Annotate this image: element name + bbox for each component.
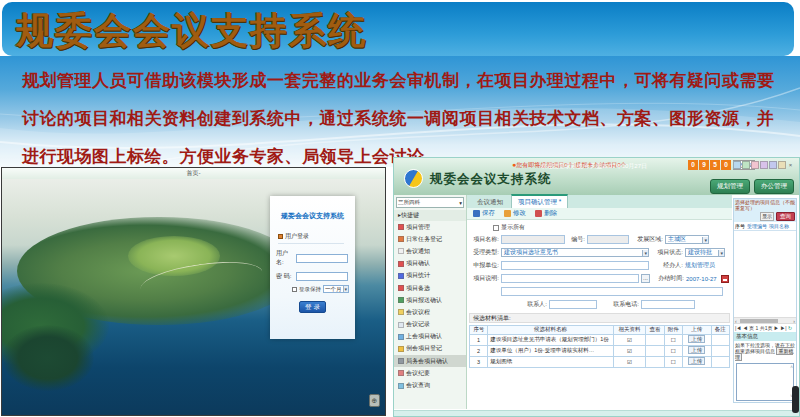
accept-type-select[interactable]: 建设项目选址意见书 ▾ [501, 248, 649, 257]
theme-swatch[interactable] [760, 161, 768, 169]
sidebar-menu-item[interactable]: 项目管理 [394, 221, 466, 233]
page-title: 规委会会议支持系统 [16, 6, 367, 56]
finish-label: 办结时间: [652, 274, 684, 283]
module-button[interactable]: 规划管理 [710, 179, 750, 194]
calendar-icon[interactable] [721, 275, 729, 283]
status-select[interactable]: 建设待批 ▾ [685, 248, 725, 257]
keep-login-label: 登录保持 [299, 286, 321, 293]
attachment-checkbox[interactable]: ☐ [664, 334, 682, 345]
handler-value: 规划管理员 [685, 261, 715, 270]
shortcut-header[interactable]: ▸快捷键 [394, 210, 466, 221]
theme-swatch[interactable] [751, 161, 759, 169]
remark-textarea[interactable]: ˄ ˅ [736, 363, 794, 401]
material-row[interactable]: 1 建设项目选址意见书申请表（规划管理部门）1份 ☑ ☐ 上传 [470, 334, 730, 345]
scroll-thumb[interactable] [740, 319, 778, 323]
theme-swatch[interactable] [778, 161, 786, 169]
chevron-down-icon: ▾ [702, 237, 708, 243]
keep-duration-select[interactable]: 一个月 ▾ [323, 285, 349, 293]
sidebar-menu-item[interactable]: 例会项目登记 [394, 343, 466, 355]
sidebar-menu-item[interactable]: 日常任务登记 [394, 233, 466, 245]
material-col-header: 序号 [470, 326, 488, 335]
theme-swatch[interactable] [733, 161, 741, 169]
sidebar-menu-item[interactable]: 项目报送确认 [394, 294, 466, 306]
status-bar [394, 410, 799, 416]
related-checkbox[interactable]: ☑ [613, 345, 646, 356]
count-badge[interactable]: 5 [710, 160, 720, 170]
username-input[interactable] [296, 254, 348, 263]
toolbar-button[interactable]: 删除 [535, 209, 557, 218]
password-input[interactable] [296, 272, 348, 281]
login-screenshot: 首页- 规委会会议支持系统 用户登录 用户名: 密 码: [1, 167, 386, 416]
region-label: 发展区域: [631, 235, 663, 244]
sidebar-menu-item[interactable]: 项目备选 [394, 282, 466, 294]
login-system-title: 规委会会议支持系统 [270, 211, 355, 221]
sidebar-menu-item[interactable]: 会议查询 [394, 379, 466, 391]
sidebar-menu-item[interactable]: 会议记录 [394, 319, 466, 331]
close-icon[interactable]: × [787, 161, 794, 169]
region-select[interactable]: 主城区 ▾ [665, 235, 709, 244]
scroll-up-icon[interactable]: ˄ [790, 365, 793, 370]
sidebar-menu-item[interactable]: 会议纪要 [394, 367, 466, 379]
department-select[interactable]: 三所四科 ▾ [396, 197, 464, 208]
apply-unit-input[interactable] [501, 261, 649, 270]
col-seq: 序号 [734, 222, 746, 230]
show-button[interactable]: 显示 [760, 212, 774, 221]
theme-swatch[interactable] [769, 161, 777, 169]
page-root: 规委会会议支持系统 规划管理人员可借助该模块形成一套完整的业务会审机制，在项目办… [0, 0, 800, 417]
sidebar: 三所四科 ▾ ▸快捷键 项目管理 日常任务登记 会议通知 [394, 195, 467, 409]
scroll-right-icon[interactable]: › [793, 318, 795, 324]
attachment-checkbox[interactable]: ☐ [664, 356, 682, 367]
page-vscrollbar-thumb[interactable] [792, 386, 799, 413]
sidebar-menu-item[interactable]: 局务会项目确认 [394, 355, 466, 367]
browse-button[interactable]: ... [641, 274, 650, 283]
tab[interactable]: 会议通知 [471, 196, 509, 208]
extra-input[interactable] [501, 287, 723, 296]
count-badge[interactable]: 0 [688, 160, 698, 170]
upload-button[interactable]: 上传 [688, 335, 705, 343]
material-row[interactable]: 3 规划图纸 ☑ ☐ 上传 [470, 356, 730, 367]
number-input[interactable] [587, 235, 629, 244]
theme-swatch[interactable] [742, 161, 750, 169]
related-checkbox[interactable]: ☑ [613, 334, 646, 345]
landscape-photo: 规委会会议支持系统 用户登录 用户名: 密 码: 登录保持 [2, 179, 385, 415]
material-row[interactable]: 2 建设单位（用户）1份·受理申请核实材料… ☑ ☐ 上传 [470, 345, 730, 356]
count-badge[interactable]: 0 [721, 160, 731, 170]
keep-login-checkbox[interactable] [292, 287, 297, 292]
related-checkbox[interactable]: ☑ [613, 356, 646, 367]
upload-button[interactable]: 上传 [688, 346, 705, 354]
map-control-icon[interactable]: ⊕ [369, 394, 380, 407]
desc-input[interactable] [501, 274, 639, 283]
menu-item-icon [398, 309, 404, 315]
chevron-down-icon: ▾ [642, 250, 648, 256]
attachment-checkbox[interactable]: ☐ [664, 345, 682, 356]
phone-input[interactable] [641, 300, 695, 309]
toolbar-button[interactable]: 保存 [473, 209, 495, 218]
upload-button[interactable]: 上传 [688, 357, 705, 365]
basic-info-header: 基本信息 [734, 332, 796, 341]
login-panel: 规委会会议支持系统 用户登录 用户名: 密 码: 登录保持 [270, 196, 355, 339]
col-accept-no[interactable]: 受理编号 [746, 222, 768, 230]
contact-input[interactable] [549, 300, 597, 309]
sidebar-menu-item[interactable]: 项目统计 [394, 270, 466, 282]
picker-pagination[interactable]: |◀ ◀ 页 1 共1页 ▶ ▶| ↻ [734, 324, 796, 332]
project-name-input[interactable] [501, 235, 565, 244]
toolbar-button[interactable]: 修改 [504, 209, 526, 218]
toolbar: 保存 修改 删除 [467, 208, 732, 220]
sidebar-menu-item[interactable]: 项目确认 [394, 258, 466, 270]
picker-header: 选择处理的项目信息（不能重复写） 显示 查询 [734, 199, 796, 222]
col-project-name[interactable]: 项目名称 [768, 222, 790, 230]
sidebar-menu-item[interactable]: 会议议程 [394, 306, 466, 318]
module-button[interactable]: 办公管理 [754, 179, 794, 194]
count-badge[interactable]: 9 [699, 160, 709, 170]
login-button[interactable]: 登 录 [299, 301, 326, 313]
sidebar-menu-item[interactable]: 会议通知 [394, 245, 466, 257]
welcome-text: 欢迎您登录系统!今天是2007年10月27日 [541, 162, 647, 171]
refresh-icon[interactable]: ↻ [788, 325, 792, 331]
show-all-checkbox[interactable] [493, 225, 499, 231]
picker-title: 选择处理的项目信息（不能重复写） [735, 200, 795, 211]
picker-hscrollbar[interactable]: ‹ › [734, 317, 796, 324]
query-button[interactable]: 查询 [776, 212, 795, 221]
tab[interactable]: 项目确认管理 * [511, 194, 568, 208]
scroll-left-icon[interactable]: ‹ [735, 318, 737, 324]
sidebar-menu-item[interactable]: 上会项目确认 [394, 331, 466, 343]
